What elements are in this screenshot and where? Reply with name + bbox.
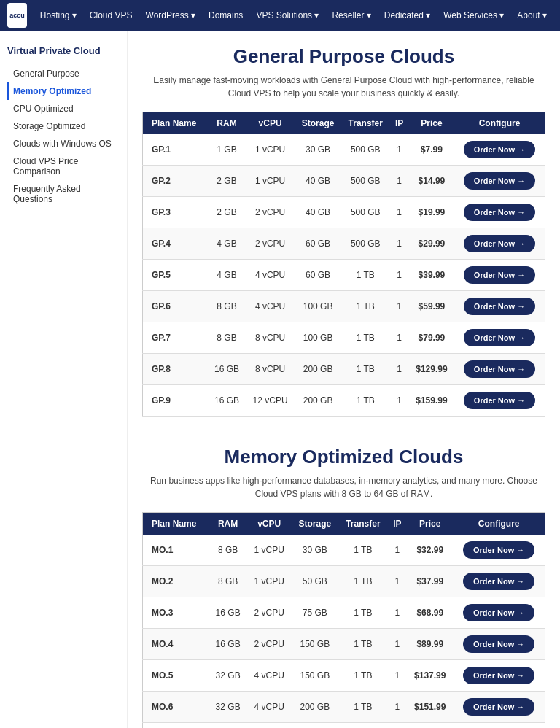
mo-col-storage: Storage: [292, 513, 339, 535]
order-now-button[interactable]: Order Now →: [463, 604, 534, 621]
nav-reseller[interactable]: Reseller ▾: [326, 7, 376, 23]
mo-plan-configure[interactable]: Order Now →: [453, 692, 545, 723]
mo-plan-name: MO.1: [143, 535, 209, 566]
gp-plan-transfer: 1 TB: [341, 354, 390, 385]
gp-plan-transfer: 500 GB: [341, 134, 390, 166]
order-now-button[interactable]: Order Now →: [464, 360, 535, 378]
order-now-button[interactable]: Order Now →: [463, 698, 534, 716]
mo-plan-configure[interactable]: Order Now →: [453, 535, 545, 566]
gp-plan-price: $39.99: [409, 260, 454, 291]
nav-web-services[interactable]: Web Services ▾: [438, 7, 510, 23]
mo-plan-ram: 32 GB: [209, 660, 246, 692]
gp-plan-configure[interactable]: Order Now →: [454, 385, 545, 417]
sidebar-item-memory-optimized[interactable]: Memory Optimized: [7, 82, 120, 100]
gp-plan-configure[interactable]: Order Now →: [454, 197, 545, 228]
sidebar-item-price-comparison[interactable]: Cloud VPS Price Comparison: [7, 152, 120, 180]
mo-plan-configure[interactable]: Order Now →: [453, 566, 545, 597]
mo-plan-storage: 200 GB: [292, 723, 339, 729]
gp-plan-configure[interactable]: Order Now →: [454, 228, 545, 260]
order-now-button[interactable]: Order Now →: [464, 172, 535, 190]
order-now-button[interactable]: Order Now →: [463, 573, 534, 590]
order-now-button[interactable]: Order Now →: [464, 298, 535, 315]
mo-plan-name: MO.4: [143, 629, 209, 660]
gp-plan-transfer: 500 GB: [341, 166, 390, 197]
mo-col-plan: Plan Name: [143, 513, 209, 535]
table-row: GP.8 16 GB 8 vCPU 200 GB 1 TB 1 $129.99 …: [143, 354, 545, 385]
mo-plan-configure[interactable]: Order Now →: [453, 629, 545, 660]
mo-plan-price: $37.99: [407, 566, 453, 597]
table-row: GP.3 2 GB 2 vCPU 40 GB 500 GB 1 $19.99 O…: [143, 197, 545, 228]
mo-plan-name: MO.6: [143, 692, 209, 723]
sidebar-item-windows-os[interactable]: Clouds with Windows OS: [7, 135, 120, 152]
gp-plan-ram: 2 GB: [208, 197, 246, 228]
gp-plan-name: GP.8: [143, 354, 209, 385]
nav-domains[interactable]: Domains: [203, 7, 249, 23]
gp-plan-storage: 200 GB: [295, 385, 341, 417]
mo-plan-ip: 1: [388, 723, 408, 729]
order-now-button[interactable]: Order Now →: [463, 635, 534, 653]
gp-plan-configure[interactable]: Order Now →: [454, 354, 545, 385]
sidebar-item-cpu-optimized[interactable]: CPU Optimized: [7, 100, 120, 117]
memory-optimized-section: Memory Optimized Clouds Run business app…: [142, 446, 545, 728]
gp-plan-ip: 1: [390, 385, 409, 417]
order-now-button[interactable]: Order Now →: [464, 141, 535, 158]
order-now-button[interactable]: Order Now →: [464, 266, 535, 284]
sidebar-item-general-purpose[interactable]: General Purpose: [7, 65, 120, 82]
table-row: GP.7 8 GB 8 vCPU 100 GB 1 TB 1 $79.99 Or…: [143, 322, 545, 354]
gp-plan-vcpu: 1 vCPU: [246, 134, 295, 166]
general-purpose-table: Plan Name RAM vCPU Storage Transfer IP P…: [142, 112, 545, 417]
mo-plan-ip: 1: [388, 692, 408, 723]
table-row: GP.6 8 GB 4 vCPU 100 GB 1 TB 1 $59.99 Or…: [143, 291, 545, 322]
gp-col-ram: RAM: [208, 112, 246, 135]
mo-plan-ram: 32 GB: [209, 692, 246, 723]
order-now-button[interactable]: Order Now →: [463, 541, 534, 559]
mo-plan-configure[interactable]: Order Now →: [453, 597, 545, 629]
gp-plan-vcpu: 8 vCPU: [246, 354, 295, 385]
order-now-button[interactable]: Order Now →: [464, 235, 535, 252]
mo-plan-name: MO.2: [143, 566, 209, 597]
nav-dedicated[interactable]: Dedicated ▾: [378, 7, 436, 23]
mo-plan-transfer: 1 TB: [338, 629, 388, 660]
nav-hosting[interactable]: Hosting ▾: [34, 7, 82, 23]
gp-plan-price: $59.99: [409, 291, 454, 322]
sidebar-item-storage-optimized[interactable]: Storage Optimized: [7, 117, 120, 135]
logo[interactable]: accu: [7, 3, 27, 28]
gp-plan-transfer: 500 GB: [341, 197, 390, 228]
nav-about[interactable]: About ▾: [511, 7, 553, 23]
order-now-button[interactable]: Order Now →: [463, 667, 534, 684]
mo-plan-transfer: 1 TB: [338, 597, 388, 629]
gp-plan-ip: 1: [390, 291, 409, 322]
nav-cloud-vps[interactable]: Cloud VPS: [84, 7, 139, 23]
mo-plan-configure[interactable]: Order Now →: [453, 723, 545, 729]
gp-plan-configure[interactable]: Order Now →: [454, 260, 545, 291]
order-now-button[interactable]: Order Now →: [464, 392, 535, 409]
gp-plan-name: GP.6: [143, 291, 209, 322]
mo-plan-ip: 1: [388, 629, 408, 660]
gp-col-plan: Plan Name: [143, 112, 209, 135]
gp-plan-ip: 1: [390, 228, 409, 260]
sidebar-item-faq[interactable]: Frequently Asked Questions: [7, 180, 120, 208]
gp-plan-ip: 1: [390, 260, 409, 291]
gp-plan-configure[interactable]: Order Now →: [454, 291, 545, 322]
mo-plan-storage: 50 GB: [292, 566, 339, 597]
gp-plan-configure[interactable]: Order Now →: [454, 134, 545, 166]
mo-plan-vcpu: 4 vCPU: [247, 660, 292, 692]
order-now-button[interactable]: Order Now →: [464, 204, 535, 221]
mo-plan-configure[interactable]: Order Now →: [453, 660, 545, 692]
gp-plan-configure[interactable]: Order Now →: [454, 322, 545, 354]
table-row: MO.7 64 GB 8 vCPU 200 GB 1 TB 1 $247.99 …: [143, 723, 545, 729]
nav-wordpress[interactable]: WordPress ▾: [140, 7, 201, 23]
nav-vps-solutions[interactable]: VPS Solutions ▾: [250, 7, 324, 23]
gp-plan-configure[interactable]: Order Now →: [454, 166, 545, 197]
order-now-button[interactable]: Order Now →: [464, 329, 535, 346]
gp-plan-storage: 40 GB: [295, 197, 341, 228]
gp-plan-ip: 1: [390, 134, 409, 166]
table-row: GP.9 16 GB 12 vCPU 200 GB 1 TB 1 $159.99…: [143, 385, 545, 417]
gp-plan-ip: 1: [390, 322, 409, 354]
mo-plan-ram: 8 GB: [209, 566, 246, 597]
gp-plan-ram: 8 GB: [208, 322, 246, 354]
memory-optimized-table: Plan Name RAM vCPU Storage Transfer IP P…: [142, 512, 545, 728]
mo-plan-ip: 1: [388, 597, 408, 629]
gp-plan-price: $14.99: [409, 166, 454, 197]
mo-plan-ram: 16 GB: [209, 597, 246, 629]
